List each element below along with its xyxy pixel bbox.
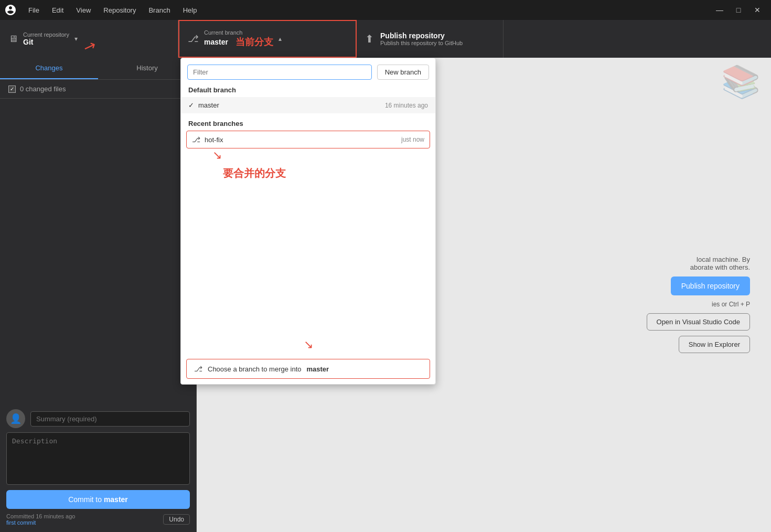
collaborate-text: aborate with others.: [690, 263, 750, 271]
branch-check-icon: ✓: [188, 101, 194, 109]
new-branch-button[interactable]: New branch: [377, 65, 429, 80]
master-branch-time: 16 minutes ago: [385, 102, 428, 109]
maximize-button[interactable]: □: [733, 6, 744, 14]
menu-repository[interactable]: Repository: [98, 4, 141, 16]
menu-branch[interactable]: Branch: [143, 4, 175, 16]
changed-files-row: ✓ 0 changed files: [0, 80, 196, 99]
tab-changes[interactable]: Changes: [0, 58, 98, 79]
changed-files-count: 0 changed files: [20, 85, 66, 93]
commit-area: 👤 Commit to master Committed 16 minutes …: [0, 403, 196, 532]
repo-label-top: Current repository: [23, 31, 69, 38]
upload-icon: ⬆: [365, 33, 374, 45]
first-commit-link[interactable]: first commit: [6, 519, 36, 526]
merge-icon: ⎇: [194, 365, 202, 373]
default-branch-title: Default branch: [181, 80, 435, 97]
app-logo: [4, 4, 17, 16]
branch-icon: ⎇: [188, 33, 199, 45]
hotfix-branch-item[interactable]: ⎇ hot-fix just now: [186, 131, 430, 148]
master-branch-item[interactable]: ✓ master 16 minutes ago: [181, 97, 435, 113]
check-icon: ✓: [10, 86, 14, 92]
recent-branch-title: Recent branches: [181, 113, 435, 131]
commit-footer-text: Committed 16 minutes ago: [6, 513, 75, 519]
publish-label: Publish repository Publish this reposito…: [380, 31, 463, 46]
tab-bar: Changes History: [0, 58, 196, 80]
merge-footer-text: Choose a branch to merge into: [208, 365, 302, 373]
monitor-icon: 🖥: [8, 34, 18, 45]
publish-label-bottom: Publish this repository to GitHub: [380, 40, 463, 46]
menu-view[interactable]: View: [71, 4, 96, 16]
chinese-annotation: 要合并的分支: [181, 162, 435, 180]
hotkey-text: ies or Ctrl + P: [712, 301, 750, 308]
show-explorer-button[interactable]: Show in Explorer: [679, 336, 750, 353]
branch-dropdown-header: New branch: [181, 58, 435, 80]
select-all-checkbox[interactable]: ✓: [8, 86, 16, 93]
hotfix-branch-time: just now: [401, 136, 424, 143]
branch-filter-input[interactable]: [187, 65, 372, 80]
branch-chevron-up-icon: ▴: [279, 35, 282, 42]
chevron-down-icon: ▾: [74, 35, 78, 42]
master-branch-name: master: [198, 101, 219, 109]
chinese-branch-label: 当前分支: [235, 36, 273, 48]
menu-edit[interactable]: Edit: [47, 4, 69, 16]
illustration-icon: 📚: [721, 63, 761, 100]
branch-fork-icon: ⎇: [192, 135, 200, 144]
close-button[interactable]: ✕: [752, 6, 763, 14]
current-branch-section[interactable]: ⎇ Current branch master 当前分支 ▴: [178, 20, 357, 58]
machine-text: local machine. By: [690, 256, 750, 263]
commit-footer: Committed 16 minutes ago first commit Un…: [6, 513, 190, 526]
hotfix-branch-name: hot-fix: [205, 136, 223, 144]
merge-footer[interactable]: ⎇ Choose a branch to merge into master: [186, 359, 430, 379]
branch-label-bottom: master: [204, 38, 228, 46]
commit-btn-branch: master: [104, 495, 128, 504]
annotation-arrow: ↘: [181, 148, 435, 162]
menu-bar: File Edit View Repository Branch Help — …: [0, 0, 771, 20]
toolbar: 🖥 Current repository Git ▾ ⎇ Current bra…: [0, 20, 771, 58]
branch-label-top: Current branch: [204, 29, 273, 36]
avatar-row: 👤: [6, 409, 190, 428]
menu-help[interactable]: Help: [178, 4, 202, 16]
publish-repo-button[interactable]: Publish repository: [671, 276, 750, 295]
avatar: 👤: [6, 409, 25, 428]
merge-footer-branch: master: [307, 365, 329, 373]
dropdown-spacer: [181, 180, 435, 338]
bottom-arrow: ↘: [181, 338, 435, 354]
menu-file[interactable]: File: [23, 4, 45, 16]
repo-label: Current repository Git: [23, 31, 69, 46]
window-controls: — □ ✕: [714, 6, 767, 14]
description-textarea[interactable]: [6, 432, 190, 485]
publish-repo-section[interactable]: ⬆ Publish repository Publish this reposi…: [357, 20, 504, 58]
commit-button[interactable]: Commit to master: [6, 490, 190, 509]
repo-label-bottom: Git: [23, 38, 69, 46]
summary-input[interactable]: [30, 411, 190, 427]
undo-button[interactable]: Undo: [163, 514, 190, 525]
left-panel: Changes History ✓ 0 changed files 👤 Comm…: [0, 58, 197, 532]
open-vscode-button[interactable]: Open in Visual Studio Code: [647, 313, 750, 331]
publish-label-top: Publish repository: [380, 31, 463, 40]
minimize-button[interactable]: —: [714, 6, 725, 14]
branch-label: Current branch master 当前分支: [204, 29, 273, 48]
branch-dropdown: New branch Default branch ✓ master 16 mi…: [180, 58, 436, 385]
commit-btn-text: Commit to: [68, 495, 104, 504]
